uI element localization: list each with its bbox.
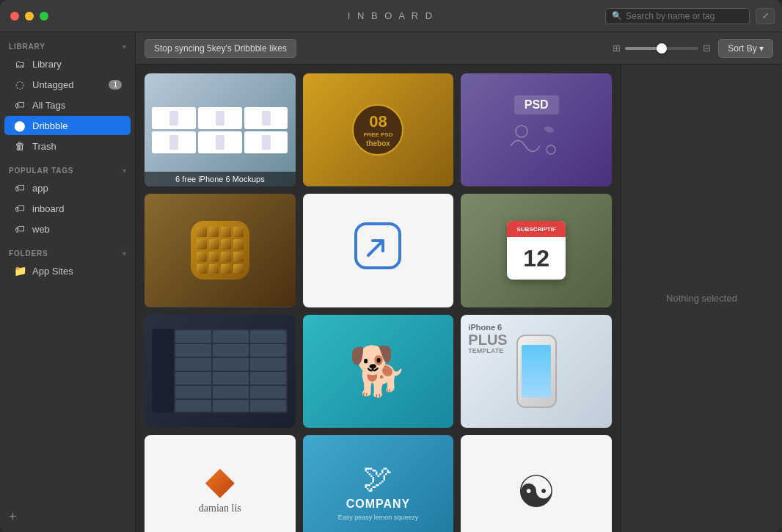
sidebar-item-untagged[interactable]: ◌ Untagged 1 (4, 75, 131, 94)
sidebar-bottom: + (0, 502, 135, 532)
arrow-icon (352, 220, 403, 280)
sidebar-item-all-tags[interactable]: 🏷 All Tags (4, 95, 131, 114)
add-folder-button[interactable]: + (9, 509, 17, 524)
grid-item-yinyang[interactable]: ☯ (461, 435, 612, 532)
grid-view-icon[interactable]: ⊞ (613, 43, 621, 54)
tag-app-icon: 🏷 (13, 182, 26, 194)
popular-tags-label: POPULAR TAGS (9, 167, 73, 175)
search-icon: 🔍 (612, 11, 622, 21)
grid-panel: 6 free iPhone 6 Mockups 08 FREE PSD theb… (136, 65, 621, 532)
sidebar: LIBRARY ▾ 🗂 Library ◌ Untagged 1 🏷 All T… (0, 32, 136, 532)
untagged-icon: ◌ (13, 79, 26, 90)
list-view-icon[interactable]: ⊟ (703, 43, 711, 54)
maximize-button[interactable] (40, 12, 48, 21)
content-area: Stop syncing 5key's Dribbble likes ⊞ ⊟ S… (136, 32, 782, 532)
folder-appsites-icon: 📁 (13, 265, 26, 277)
grid-item-iphone-mockups[interactable]: 6 free iPhone 6 Mockups (145, 73, 296, 186)
search-input[interactable] (626, 11, 743, 21)
nothing-selected-label: Nothing selected (666, 293, 737, 304)
folders-section-label: FOLDERS (9, 249, 48, 258)
sidebar-item-library-label: Library (32, 59, 62, 70)
image-grid: 6 free iPhone 6 Mockups 08 FREE PSD theb… (145, 73, 612, 532)
main-split: 6 free iPhone 6 Mockups 08 FREE PSD theb… (136, 65, 782, 532)
detail-panel: Nothing selected (621, 65, 782, 532)
tag-inboard-icon: 🏷 (13, 203, 26, 214)
grid-item-arrow[interactable] (303, 194, 454, 307)
grid-item-iphone6plus[interactable]: iPhone 6 PLUS TEMPLATE (461, 315, 612, 428)
folders-section-arrow: ▾ (123, 249, 126, 258)
grid-item-company[interactable]: 🕊 COMPANY Easy peasy lemon squeezy (303, 435, 454, 532)
svg-point-1 (547, 145, 555, 154)
svg-point-0 (516, 125, 527, 137)
grid-item-inboard-screen[interactable] (145, 315, 296, 428)
app-title: I N B O A R D (348, 10, 434, 21)
grid-item-damianlis[interactable]: damian lis (145, 435, 296, 532)
sidebar-tag-app-label: app (32, 183, 48, 194)
grid-item-dog[interactable]: 🐕 (303, 315, 454, 428)
sidebar-item-alltags-label: All Tags (32, 100, 65, 111)
grid-item-patterns[interactable]: PSD (461, 73, 612, 186)
size-slider[interactable] (625, 47, 698, 50)
tag-web-icon: 🏷 (13, 223, 26, 235)
library-section-arrow: ▾ (123, 43, 126, 51)
library-section-label: LIBRARY (9, 43, 45, 51)
untagged-badge: 1 (109, 80, 122, 90)
sort-button[interactable]: Sort By ▾ (718, 39, 773, 58)
titlebar: I N B O A R D 🔍 ⤢ (0, 0, 782, 32)
sidebar-tag-inboard-label: inboard (32, 203, 64, 214)
sidebar-item-trash[interactable]: 🗑 Trash (4, 136, 131, 156)
sidebar-tag-web-label: web (32, 224, 50, 235)
sidebar-item-untagged-label: Untagged (32, 79, 73, 90)
alltags-icon: 🏷 (13, 99, 26, 111)
minimize-button[interactable] (25, 12, 34, 21)
grid-item-thebox[interactable]: 08 FREE PSD thebox (303, 73, 454, 186)
grid-item-waffle[interactable] (145, 194, 296, 307)
company-logo: 🕊 COMPANY Easy peasy lemon squeezy (338, 462, 419, 521)
sidebar-tag-web[interactable]: 🏷 web (4, 219, 131, 238)
library-icon: 🗂 (13, 58, 26, 70)
damian-logo: damian lis (199, 469, 241, 514)
folders-section-header: FOLDERS ▾ (0, 245, 135, 260)
popular-tags-section-header: POPULAR TAGS ▾ (0, 162, 135, 178)
expand-button[interactable]: ⤢ (756, 8, 775, 24)
yinyang-symbol: ☯ (516, 466, 556, 517)
sidebar-tag-inboard[interactable]: 🏷 inboard (4, 199, 131, 218)
grid-item-calendar[interactable]: SUBSCRIPTIF 12 (461, 194, 612, 307)
sidebar-item-dribbble-label: Dribbble (32, 120, 67, 131)
dribbble-icon: ⬤ (13, 120, 26, 131)
app-body: LIBRARY ▾ 🗂 Library ◌ Untagged 1 🏷 All T… (0, 32, 782, 532)
popular-tags-arrow: ▾ (123, 167, 126, 175)
dog-illustration: 🐕 (348, 343, 408, 399)
trash-icon: 🗑 (13, 140, 26, 152)
view-controls: ⊞ ⊟ (613, 43, 711, 54)
sidebar-folder-appsites-label: App Sites (32, 266, 73, 277)
grid-item-label: 6 free iPhone 6 Mockups (145, 172, 296, 186)
search-box[interactable]: 🔍 (605, 8, 750, 24)
toolbar: Stop syncing 5key's Dribbble likes ⊞ ⊟ S… (136, 32, 782, 65)
sidebar-item-library[interactable]: 🗂 Library (4, 54, 131, 73)
close-button[interactable] (10, 12, 19, 21)
sidebar-tag-app[interactable]: 🏷 app (4, 178, 131, 197)
sidebar-item-trash-label: Trash (32, 141, 56, 152)
sidebar-item-dribbble[interactable]: ⬤ Dribbble (4, 116, 131, 135)
sync-button[interactable]: Stop syncing 5key's Dribbble likes (145, 39, 296, 58)
sidebar-folder-appsites[interactable]: 📁 App Sites (4, 261, 131, 280)
window-controls (10, 12, 48, 21)
library-section-header: LIBRARY ▾ (0, 38, 135, 54)
